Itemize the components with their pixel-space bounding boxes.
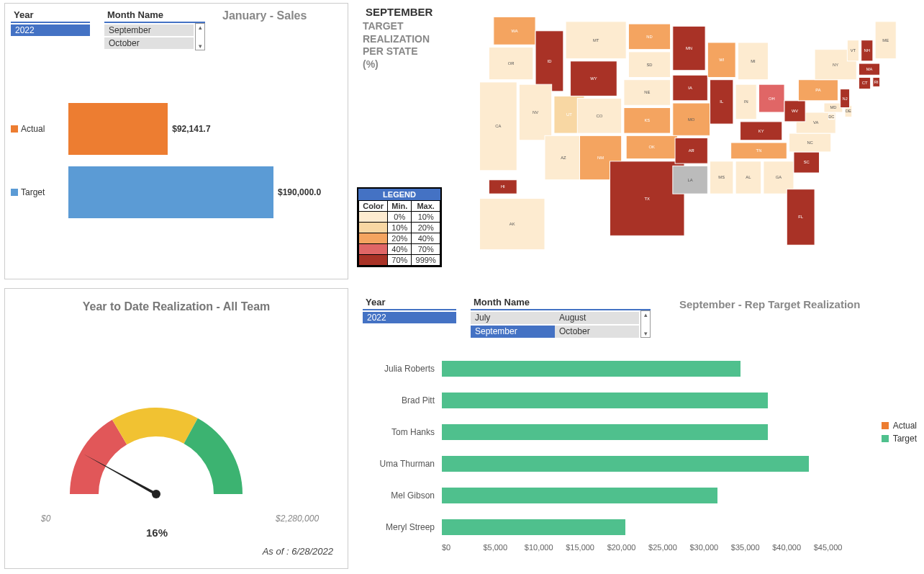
- rep-name: Julia Roberts: [363, 364, 442, 374]
- state-label-TN: TN: [756, 148, 762, 153]
- square-icon: [882, 435, 889, 442]
- rep-name: Uma Thurman: [363, 459, 442, 469]
- rep-month-option-october[interactable]: October: [555, 326, 639, 338]
- rep-bar-target: [442, 424, 768, 440]
- state-label-CO: CO: [597, 114, 603, 118]
- x-tick: $35,000: [731, 543, 772, 552]
- state-label-KS: KS: [644, 118, 650, 122]
- rep-row: Brad Pitt: [363, 385, 855, 416]
- state-label-ID: ID: [548, 59, 552, 63]
- state-label-CA: CA: [495, 124, 501, 128]
- x-tick: $0: [442, 543, 483, 552]
- state-label-DC: DC: [828, 115, 834, 119]
- state-label-IA: IA: [688, 86, 692, 90]
- rep-name: Mel Gibson: [363, 490, 442, 501]
- map-legend-table: Color Min. Max. 0%10%10%20%20%40%40%70%7…: [358, 200, 440, 266]
- state-label-MN: MN: [686, 46, 692, 50]
- rep-bar-target: [442, 393, 768, 408]
- state-label-AR: AR: [689, 148, 694, 153]
- state-label-MA: MA: [866, 67, 873, 71]
- x-tick: $15,000: [566, 543, 607, 552]
- x-tick: $45,000: [814, 543, 855, 552]
- rep-bar-target: [442, 456, 809, 472]
- x-tick: $30,000: [689, 543, 730, 552]
- rep-legend-target: Target: [893, 434, 917, 444]
- bar-target-value: $190,000.0: [278, 187, 321, 197]
- sales-bar-chart: Actual $92,141.7 Target $190,000.0: [11, 97, 342, 273]
- state-label-OK: OK: [649, 145, 656, 149]
- state-label-UT: UT: [566, 112, 572, 117]
- legend-actual-label: Actual: [21, 124, 45, 134]
- map-panel: SEPTEMBER TARGET REALIZATION PER STATE (…: [357, 3, 920, 282]
- x-tick: $40,000: [772, 543, 813, 552]
- state-label-NY: NY: [833, 63, 838, 67]
- rep-row: Meryl Streep: [363, 511, 855, 543]
- rep-row: Mel Gibson: [363, 480, 855, 511]
- legend-target: Target: [11, 187, 68, 197]
- bar-target: [68, 166, 273, 218]
- bar-actual-value: $92,141.7: [172, 124, 210, 134]
- gauge-max-label: $2,280,000: [276, 514, 319, 524]
- state-label-SD: SD: [646, 63, 652, 67]
- state-label-MT: MT: [593, 38, 599, 42]
- state-label-NC: NC: [807, 140, 812, 145]
- rep-x-axis: $0$5,000$10,000$15,000$20,000$25,000$30,…: [442, 543, 855, 552]
- rep-month-slicer: Month Name JulyAugustSeptemberOctober ▴ …: [471, 295, 651, 338]
- rep-row: Julia Roberts: [363, 353, 855, 385]
- month-slicer-label: Month Name: [104, 8, 205, 23]
- map-subtitle: TARGET REALIZATION PER STATE (%): [363, 20, 430, 71]
- state-label-SC: SC: [804, 160, 810, 164]
- rep-legend-actual: Actual: [893, 421, 917, 431]
- us-map: WAORCAIDNVUTAZMTWYCONMNDSDNEKSOKTXMNIAMO…: [450, 3, 918, 282]
- chevron-up-icon: ▴: [644, 311, 648, 318]
- rep-bar-target: [442, 361, 740, 377]
- rep-month-slicer-scroll[interactable]: ▴ ▾: [640, 310, 651, 338]
- month-slicer-option-october[interactable]: October: [104, 37, 194, 49]
- state-label-ND: ND: [646, 35, 652, 39]
- x-tick: $5,000: [483, 543, 524, 552]
- rep-month-option-september[interactable]: September: [471, 326, 555, 338]
- state-label-MO: MO: [688, 117, 695, 122]
- state-label-MI: MI: [751, 59, 756, 63]
- state-label-VT: VT: [851, 48, 856, 53]
- state-label-VA: VA: [813, 120, 818, 125]
- state-label-DE: DE: [846, 109, 851, 113]
- map-legend-header: LEGEND: [358, 189, 440, 200]
- month-slicer-option-september[interactable]: September: [104, 24, 194, 36]
- state-label-WV: WV: [792, 109, 798, 113]
- state-label-MS: MS: [718, 175, 725, 179]
- square-icon: [11, 189, 18, 196]
- gauge-asof-label: As of : 6/28/2022: [263, 546, 333, 557]
- rep-month-option-july[interactable]: July: [471, 312, 555, 324]
- map-legend: LEGEND Color Min. Max. 0%10%10%20%20%40%…: [357, 187, 442, 267]
- rep-chart-title: September - Rep Target Realization: [679, 298, 860, 310]
- rep-legend: Actual Target: [882, 418, 917, 447]
- state-label-WI: WI: [719, 58, 724, 62]
- rep-name: Brad Pitt: [363, 395, 442, 405]
- state-label-KY: KY: [758, 129, 764, 133]
- year-slicer-option-2022[interactable]: 2022: [11, 24, 90, 36]
- legend-actual: Actual: [11, 124, 68, 134]
- rep-bar-target: [442, 519, 625, 535]
- gauge-chart: [48, 368, 264, 505]
- month-slicer-scroll[interactable]: ▴ ▾: [195, 23, 205, 50]
- gauge-panel: Year to Date Realization - All Team $0 $…: [4, 288, 348, 569]
- rep-year-slicer-option-2022[interactable]: 2022: [363, 312, 456, 323]
- rep-name: Tom Hanks: [363, 427, 442, 437]
- bar-actual: [68, 103, 168, 155]
- chevron-down-icon: ▾: [644, 330, 648, 337]
- chevron-up-icon: ▴: [199, 24, 202, 31]
- gauge-title: Year to Date Realization - All Team: [5, 289, 348, 313]
- state-label-NV: NV: [533, 110, 538, 115]
- state-label-ME: ME: [882, 38, 889, 42]
- map-legend-row: 10%20%: [359, 223, 440, 233]
- state-label-MD: MD: [830, 105, 836, 109]
- svg-point-1: [152, 490, 160, 498]
- state-label-FL: FL: [798, 215, 804, 219]
- legend-target-label: Target: [21, 187, 45, 197]
- rep-row: Uma Thurman: [363, 448, 855, 480]
- x-tick: $10,000: [525, 543, 566, 552]
- rep-month-option-august[interactable]: August: [555, 312, 639, 324]
- state-label-GA: GA: [776, 175, 782, 179]
- state-label-NJ: NJ: [843, 97, 848, 101]
